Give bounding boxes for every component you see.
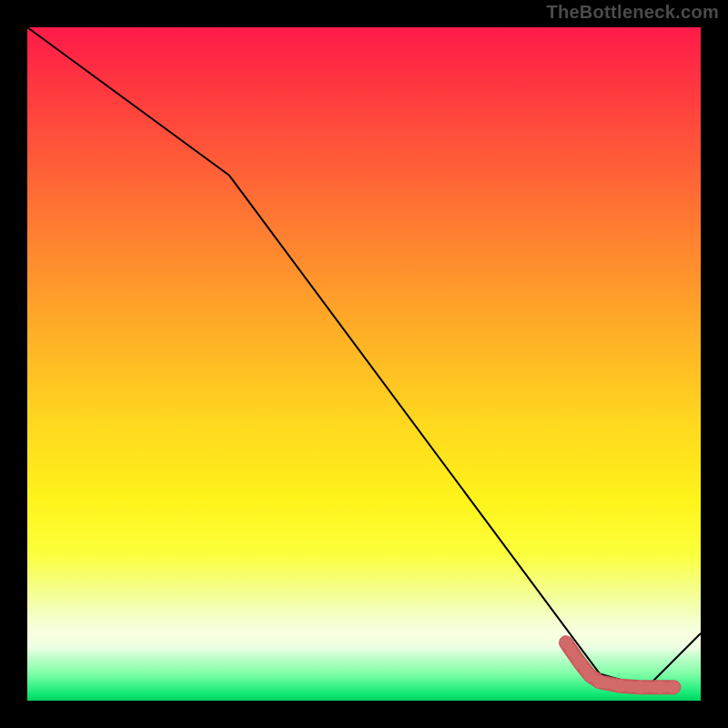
red-curve-bead (593, 675, 606, 688)
red-curve-bead (633, 681, 646, 693)
chart-frame: TheBottleneck.com (0, 0, 728, 728)
plot-area (27, 27, 701, 701)
chart-svg (27, 27, 701, 701)
watermark-label: TheBottleneck.com (546, 2, 719, 23)
red-curve-bead (654, 681, 667, 693)
red-curve-bead (573, 656, 586, 669)
black-line (27, 27, 701, 687)
red-curve-bead (667, 681, 680, 693)
red-curve-bead (560, 636, 572, 649)
red-curve-bead (613, 680, 626, 693)
